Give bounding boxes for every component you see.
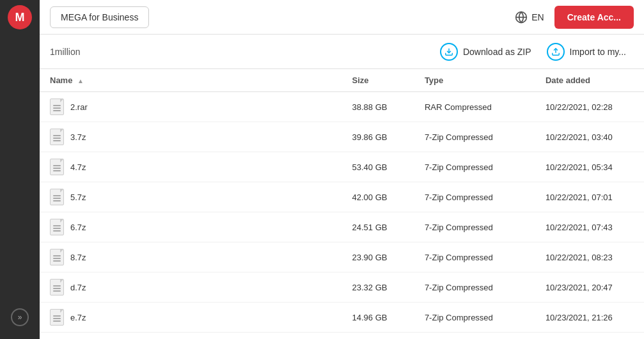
download-zip-button[interactable]: Download as ZIP	[432, 38, 539, 66]
table-row[interactable]: 6.7z 24.51 GB7-Zip Compressed10/22/2021,…	[40, 212, 644, 242]
file-name-cell: d.7z	[40, 272, 342, 303]
file-name-cell: 2.rar	[40, 92, 342, 122]
file-table-container: Name ▲ Size Type Date added 2.rar	[40, 69, 644, 339]
file-name-cell: 5.7z	[40, 182, 342, 212]
file-type: 7-Zip Compressed	[414, 242, 535, 272]
file-name: d.7z	[70, 283, 86, 292]
file-name: 4.7z	[70, 162, 86, 172]
file-date: 10/22/2021, 05:34	[535, 152, 644, 182]
file-type: 7-Zip Compressed	[414, 272, 535, 303]
file-size: 39.86 GB	[342, 122, 414, 152]
file-size: 23.90 GB	[342, 242, 414, 272]
file-name-cell: 6.7z	[40, 212, 342, 242]
col-header-date: Date added	[535, 69, 644, 92]
file-icon	[50, 129, 64, 145]
file-date: 10/22/2021, 03:40	[535, 122, 644, 152]
file-name: e.7z	[70, 313, 86, 322]
file-date: 10/23/2021, 21:43	[535, 333, 644, 340]
language-selector[interactable]: EN	[515, 11, 544, 24]
file-size: 14.96 GB	[342, 303, 414, 333]
file-date: 10/23/2021, 20:47	[535, 272, 644, 303]
file-type: RAR Compressed	[414, 92, 535, 122]
file-name: 2.rar	[70, 102, 88, 112]
file-icon	[50, 189, 64, 205]
file-size: 23.32 GB	[342, 272, 414, 303]
file-name-cell: 3.7z	[40, 122, 342, 152]
col-header-name[interactable]: Name ▲	[40, 69, 342, 92]
download-zip-icon	[440, 43, 458, 61]
file-type: 7-Zip Compressed	[414, 152, 535, 182]
file-type: 7-Zip Compressed	[414, 212, 535, 242]
file-name: 8.7z	[70, 253, 86, 262]
file-size: 53.40 GB	[342, 152, 414, 182]
file-name-cell: f.7z	[40, 333, 342, 340]
table-row[interactable]: 5.7z 42.00 GB7-Zip Compressed10/22/2021,…	[40, 182, 644, 212]
file-table: Name ▲ Size Type Date added 2.rar	[40, 69, 644, 339]
table-row[interactable]: f.7z 12.57 GB7-Zip Compressed10/23/2021,…	[40, 333, 644, 340]
language-label: EN	[531, 12, 544, 22]
file-type: 7-Zip Compressed	[414, 303, 535, 333]
import-button[interactable]: Import to my...	[539, 38, 634, 66]
sort-arrow-icon: ▲	[77, 77, 84, 84]
sidebar: M »	[0, 0, 40, 339]
file-size: 42.00 GB	[342, 182, 414, 212]
file-name: 6.7z	[70, 223, 86, 232]
file-icon	[50, 279, 64, 296]
import-icon	[547, 43, 565, 61]
mega-logo[interactable]: M	[8, 5, 32, 29]
create-account-button[interactable]: Create Acc...	[554, 6, 634, 29]
table-row[interactable]: 2.rar 38.88 GBRAR Compressed10/22/2021, …	[40, 92, 644, 122]
file-date: 10/23/2021, 21:26	[535, 303, 644, 333]
main-content: MEGA for Business EN Create Acc... 1mill…	[40, 0, 644, 339]
file-icon	[50, 219, 64, 235]
file-size: 38.88 GB	[342, 92, 414, 122]
actionbar: 1million Download as ZIP Import to my...	[40, 35, 644, 69]
file-icon	[50, 99, 64, 115]
table-row[interactable]: 8.7z 23.90 GB7-Zip Compressed10/22/2021,…	[40, 242, 644, 272]
globe-icon	[515, 11, 528, 24]
file-type: 7-Zip Compressed	[414, 333, 535, 340]
table-row[interactable]: 4.7z 53.40 GB7-Zip Compressed10/22/2021,…	[40, 152, 644, 182]
table-row[interactable]: 3.7z 39.86 GB7-Zip Compressed10/22/2021,…	[40, 122, 644, 152]
file-date: 10/22/2021, 07:43	[535, 212, 644, 242]
file-name-cell: 4.7z	[40, 152, 342, 182]
file-name: 5.7z	[70, 193, 86, 202]
table-header-row: Name ▲ Size Type Date added	[40, 69, 644, 92]
sidebar-toggle[interactable]: »	[11, 308, 29, 326]
file-size: 12.57 GB	[342, 333, 414, 340]
file-type: 7-Zip Compressed	[414, 182, 535, 212]
table-row[interactable]: d.7z 23.32 GB7-Zip Compressed10/23/2021,…	[40, 272, 644, 303]
col-header-type: Type	[414, 69, 535, 92]
file-date: 10/22/2021, 08:23	[535, 242, 644, 272]
file-name-cell: e.7z	[40, 303, 342, 333]
file-date: 10/22/2021, 07:01	[535, 182, 644, 212]
file-size: 24.51 GB	[342, 212, 414, 242]
import-label: Import to my...	[570, 47, 626, 57]
file-icon	[50, 309, 64, 326]
topbar: MEGA for Business EN Create Acc...	[40, 0, 644, 35]
file-icon	[50, 249, 64, 265]
file-name-cell: 8.7z	[40, 242, 342, 272]
download-zip-label: Download as ZIP	[463, 47, 531, 57]
file-type: 7-Zip Compressed	[414, 122, 535, 152]
brand-button[interactable]: MEGA for Business	[50, 6, 149, 28]
col-header-size: Size	[342, 69, 414, 92]
file-date: 10/22/2021, 02:28	[535, 92, 644, 122]
breadcrumb: 1million	[50, 47, 432, 57]
file-name: 3.7z	[70, 132, 86, 142]
file-icon	[50, 159, 64, 175]
table-row[interactable]: e.7z 14.96 GB7-Zip Compressed10/23/2021,…	[40, 303, 644, 333]
